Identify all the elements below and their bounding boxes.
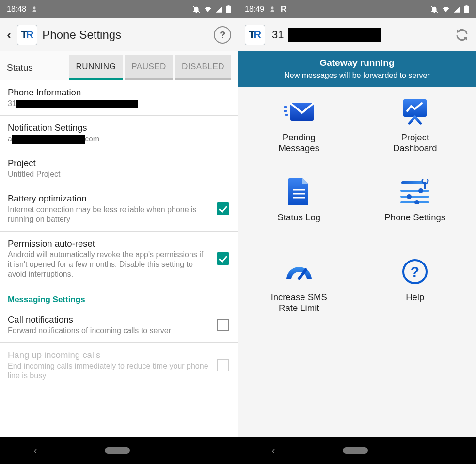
nav-home[interactable] [343,447,368,454]
battery-checkbox[interactable] [217,202,229,215]
battery-icon [226,5,231,14]
tile-label: Status Log [265,212,333,223]
status-time: 18:48 [7,5,26,14]
perm-checkbox[interactable] [217,252,229,265]
item-phone-information[interactable]: Phone Information 31 [0,80,238,116]
status-label: Status [7,62,33,73]
tile-phone-settings[interactable]: Phone Settings [357,175,474,255]
battery-title: Battery optimization [8,193,209,204]
tile-label: Increase SMS Rate Limit [265,292,333,313]
callnotif-checkbox[interactable] [217,319,229,331]
svg-point-19 [414,200,419,204]
item-permission-auto-reset[interactable]: Permission auto-reset Android will autom… [0,232,238,286]
svg-rect-4 [464,6,469,13]
app-letter-icon: R [281,5,286,14]
hangup-desc: End incoming calls immediately to reduce… [8,361,209,381]
svg-rect-1 [226,6,231,13]
phone-info-title: Phone Information [8,87,230,98]
battery-desc: Internet connection may be less reliable… [8,205,209,224]
perm-title: Permission auto-reset [8,238,209,249]
settings-list[interactable]: Phone Information 31 Notification Settin… [0,80,238,437]
back-button[interactable]: ‹ [7,27,12,43]
gauge-icon [285,262,314,281]
tile-increase-rate[interactable]: Increase SMS Rate Limit [241,255,357,335]
tab-running[interactable]: RUNNING [69,55,123,80]
phone-info-value: 31 [8,99,230,108]
svg-point-17 [407,194,412,199]
item-notification-settings[interactable]: Notification Settings acom [0,116,238,151]
android-status-bar: 18:49 R [238,0,476,18]
dnd-icon [192,5,201,14]
notif-value: acom [8,134,230,144]
project-value: Untitled Project [8,170,230,179]
hangup-checkbox [217,359,229,371]
project-title: Project [8,158,230,169]
phone-prefix: 31 [272,29,284,41]
dnd-icon [430,5,439,14]
document-icon [288,178,310,205]
nav-home[interactable] [105,447,130,454]
item-hang-up-calls: Hang up incoming calls End incoming call… [0,343,238,387]
screen-title: Phone Settings [42,28,121,42]
wifi-icon [204,5,212,14]
nav-back[interactable]: ‹ [34,445,37,456]
svg-point-15 [418,188,423,193]
envelope-icon [284,100,315,124]
app-logo: TR [245,25,265,45]
refresh-button[interactable] [455,28,469,42]
redacted-phone [16,100,138,108]
perm-desc: Android will automatically revoke the ap… [8,250,209,279]
tab-paused[interactable]: PAUSED [125,55,173,80]
tile-label: Project Dashboard [381,132,449,154]
presentation-icon [400,98,429,125]
tile-label: Phone Settings [381,212,449,223]
tab-disabled[interactable]: DISABLED [175,55,231,80]
signal-icon [453,5,461,13]
title-bar: TR 31 [238,18,476,51]
status-time: 18:49 [245,5,264,14]
callnotif-title: Call notifications [8,314,209,325]
app-icon-small [269,6,276,13]
help-button[interactable]: ? [214,26,231,44]
tile-label: Pending Messages [265,132,333,154]
android-nav-bar: ‹ [0,437,238,464]
item-call-notifications[interactable]: Call notifications Forward notifications… [0,308,238,343]
tile-label: Help [381,292,449,303]
svg-rect-11 [401,181,424,184]
notif-title: Notification Settings [8,123,230,133]
dashboard-screen: 18:49 R TR 31 Gateway running New messag… [238,0,476,464]
sliders-icon [400,179,429,204]
app-icon-small [31,6,38,13]
svg-rect-5 [466,5,468,6]
item-project[interactable]: Project Untitled Project [0,151,238,186]
svg-rect-13 [424,182,426,189]
status-tabs-row: Status RUNNING PAUSED DISABLED [0,51,238,80]
hangup-title: Hang up incoming calls [8,350,209,360]
wifi-icon [442,5,450,14]
gateway-status-banner: Gateway running New messages will be for… [238,51,476,87]
redacted-phone [288,28,381,42]
messaging-settings-header: Messaging Settings [0,286,238,308]
signal-icon [215,5,223,13]
battery-icon [464,5,469,14]
nav-spacer [197,447,204,454]
nav-spacer [435,447,442,454]
phone-settings-screen: 18:48 ‹ TR Phone Settings ? Status RUNNI… [0,0,238,464]
tile-help[interactable]: ? Help [357,255,474,335]
tile-status-log[interactable]: Status Log [241,175,357,255]
banner-subtitle: New messages will be forwarded to server [238,70,476,81]
svg-rect-2 [228,5,230,6]
tile-project-dashboard[interactable]: Project Dashboard [357,95,474,175]
nav-back[interactable]: ‹ [272,445,275,456]
item-battery-optimization[interactable]: Battery optimization Internet connection… [0,186,238,232]
android-nav-bar: ‹ [238,437,476,464]
dashboard-grid: Pending Messages Project Dashboard [238,87,476,437]
redacted-email [12,135,85,144]
tile-pending-messages[interactable]: Pending Messages [241,95,357,175]
svg-text:?: ? [411,263,419,279]
title-bar: ‹ TR Phone Settings ? [0,18,238,51]
app-logo: TR [17,25,37,45]
help-icon: ? [402,259,428,285]
banner-title: Gateway running [238,56,476,70]
android-status-bar: 18:48 [0,0,238,18]
